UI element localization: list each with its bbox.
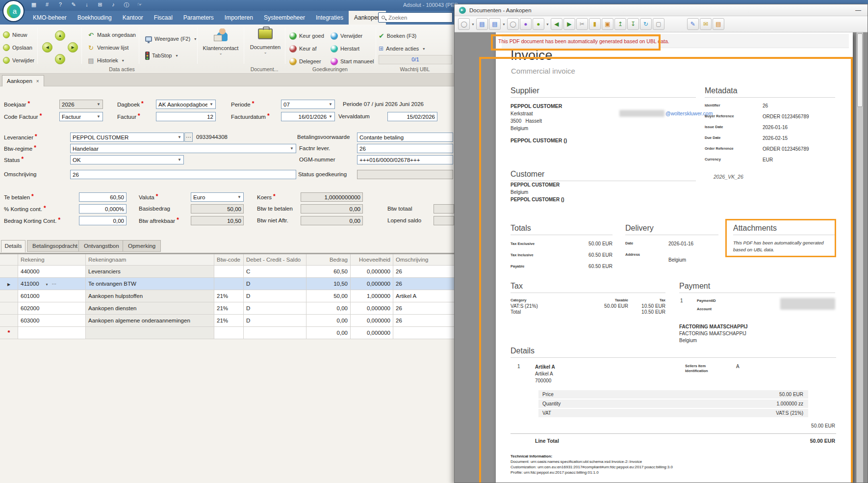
refresh-button[interactable]: ↻ — [640, 18, 652, 30]
tab-aankopen[interactable]: Aankopen × — [2, 75, 44, 86]
glue-button[interactable]: ▮ — [589, 18, 601, 30]
weergave-button[interactable]: Weergave (F2) — [145, 33, 196, 44]
add-window-icon[interactable]: ⊞ — [97, 1, 103, 9]
menu-parameters[interactable]: Parameters — [178, 11, 219, 25]
nieuw-button[interactable]: Nieuw — [3, 29, 27, 40]
open-button[interactable]: ◯ — [458, 18, 470, 30]
calculator-icon[interactable]: ▦ — [30, 1, 37, 9]
search-box[interactable] — [378, 12, 453, 23]
docwin-titlebar[interactable]: Documenten - Aankopen — — [455, 4, 868, 16]
note-button[interactable]: ▤ — [713, 18, 724, 30]
pin-icon[interactable]: ✎ — [70, 1, 77, 9]
page-button[interactable]: ▢ — [653, 18, 664, 30]
help-icon[interactable]: ? — [57, 1, 64, 9]
menu-systeembeheer[interactable]: Systeembeheer — [258, 11, 310, 25]
delete-button[interactable]: ◯ — [507, 18, 519, 30]
tab-betalingsopdracht[interactable]: Betalingsopdracht — [27, 240, 83, 252]
btw-regime-select[interactable]: Handelaar▼ — [70, 144, 296, 153]
tab-ontvangstbon[interactable]: Ontvangstbon — [78, 240, 125, 252]
scrollbar-thumb[interactable] — [857, 33, 863, 107]
close-tab-icon[interactable]: × — [36, 79, 39, 84]
boeken-button[interactable]: ✔Boeken (F3) — [379, 30, 416, 41]
table-row[interactable]: 602000 Aankopen diensten 21% D 0,00 0,00… — [0, 302, 471, 315]
verwijder-goedkeuring-button[interactable]: Verwijder — [331, 30, 362, 41]
factuur-input[interactable]: 12 — [156, 112, 216, 121]
maak-ongedaan-button[interactable]: ↶Maak ongedaan — [87, 29, 136, 40]
historiek-button[interactable]: ▤Historiek — [87, 55, 124, 66]
ogm-input[interactable]: +++016/0000/02678+++ — [357, 155, 453, 164]
menu-boekhouding[interactable]: Boekhouding — [72, 11, 117, 25]
keur-goed-button[interactable]: Keur goed — [289, 30, 324, 41]
code-icon[interactable]: # — [44, 1, 51, 9]
te-betalen-input[interactable]: 60,50 — [79, 192, 127, 202]
delegeer-button[interactable]: Delegeer — [289, 56, 321, 67]
keur-af-button[interactable]: Keur af — [289, 43, 316, 54]
korting-pct-input[interactable]: 0,000% — [79, 204, 127, 214]
verwijder-button[interactable]: Verwijder — [3, 55, 34, 66]
view-pdf-button[interactable]: ● — [533, 18, 544, 30]
account-lookup-icon[interactable] — [52, 278, 57, 290]
menu-kmo-beheer[interactable]: KMO-beheer — [27, 11, 72, 25]
chevron-down-icon[interactable]: ▼ — [502, 23, 506, 26]
factuurdatum-input[interactable]: 16/01/2026▼ — [281, 112, 335, 121]
klantencontact-button[interactable]: Klantencontact ⌄ — [200, 28, 241, 55]
periode-select[interactable]: 07▼ — [281, 100, 335, 109]
save-all-button[interactable]: ▤ — [489, 18, 501, 30]
forward-button[interactable]: ▶ — [563, 18, 575, 30]
start-manueel-button[interactable]: Start manueel — [331, 56, 374, 67]
documenten-button[interactable]: Documenten ⌄ — [246, 28, 284, 54]
nav-next-button[interactable]: ▶ — [68, 42, 78, 53]
table-row-selected[interactable]: 411000 Te ontvangen BTW D 10,50 0,000000… — [0, 278, 471, 290]
menu-fiscaal[interactable]: Fiscaal — [149, 11, 178, 25]
info-icon[interactable]: ⓘ — [123, 1, 130, 9]
tab-opmerking[interactable]: Opmerking — [123, 240, 161, 252]
tabstop-button[interactable]: TabStop — [145, 50, 178, 61]
menu-importeren[interactable]: Importeren — [219, 11, 258, 25]
search-input[interactable] — [387, 14, 449, 21]
andere-acties-button[interactable]: ⊞Andere acties — [379, 43, 425, 54]
herstart-button[interactable]: Herstart — [331, 43, 359, 54]
sign-button[interactable]: ✎ — [687, 18, 699, 30]
save-button[interactable]: ▤ — [476, 18, 488, 30]
vernieuw-lijst-button[interactable]: ↻Vernieuw lijst — [87, 42, 128, 53]
betalingsvoorwaarde-input[interactable]: Contante betaling — [357, 133, 453, 142]
leverancier-lookup-button[interactable]: ⋯ — [184, 133, 193, 142]
chevron-down-icon[interactable]: ▼ — [471, 23, 475, 26]
import-button[interactable]: ↧ — [627, 18, 639, 30]
factnr-input[interactable]: 26 — [357, 144, 453, 153]
code-factuur-select[interactable]: Factuur▼ — [59, 112, 103, 121]
table-row[interactable]: 440000 Leveranciers C 60,50 0,000000 26 — [0, 266, 471, 278]
col-rekeningnaam[interactable]: Rekeningnaam — [86, 254, 214, 266]
boekjaar-select[interactable]: 2026▼ — [59, 100, 103, 109]
back-button[interactable]: ◀ — [551, 18, 562, 30]
col-btw-code[interactable]: Btw-code — [214, 254, 244, 266]
chevron-down-icon[interactable]: ▼ — [546, 23, 549, 26]
minimize-button[interactable]: — — [853, 7, 863, 14]
download-icon[interactable]: ↓ — [83, 1, 90, 9]
bell-icon[interactable]: ♪ — [110, 1, 117, 9]
menu-integraties[interactable]: Integraties — [310, 11, 349, 25]
pdf-scrollbar[interactable] — [856, 32, 863, 483]
vervaldatum-input[interactable]: 15/02/2026 — [387, 112, 437, 121]
nav-first-button[interactable]: ▲ — [55, 30, 65, 41]
email-button[interactable]: ✉ — [700, 18, 712, 30]
valuta-select[interactable]: Euro▼ — [191, 192, 244, 202]
export-button[interactable]: ↥ — [614, 18, 626, 30]
cut-button[interactable]: ✂ — [576, 18, 588, 30]
pointer-icon[interactable]: ☞ — [136, 1, 143, 9]
nav-prev-button[interactable]: ◀ — [42, 42, 52, 53]
menu-kantoor[interactable]: Kantoor — [117, 11, 149, 25]
opslaan-button[interactable]: Opslaan — [3, 42, 32, 53]
dagboek-select[interactable]: AK Aankoopdagboek▼ — [156, 100, 216, 109]
omschrijving-input[interactable]: 26 — [70, 170, 296, 179]
paste-button[interactable]: ▣ — [602, 18, 613, 30]
leverancier-combo[interactable]: PEPPOL CUSTOMER▼ — [70, 133, 184, 142]
col-debet-credit-saldo[interactable]: Debet - Credit - Saldo — [244, 254, 306, 266]
bedrag-korting-input[interactable]: 0,00 — [79, 216, 127, 225]
status-select[interactable]: OK▼ — [70, 155, 184, 164]
table-row-new[interactable]: 0,00 0,000000 — [0, 327, 471, 339]
account-dropdown-icon[interactable] — [46, 278, 48, 290]
tab-details[interactable]: Details — [1, 240, 26, 252]
table-row[interactable]: 601000 Aankopen hulpstoffen 21% D 50,00 … — [0, 290, 471, 302]
col-rekening[interactable]: Rekening — [18, 254, 86, 266]
